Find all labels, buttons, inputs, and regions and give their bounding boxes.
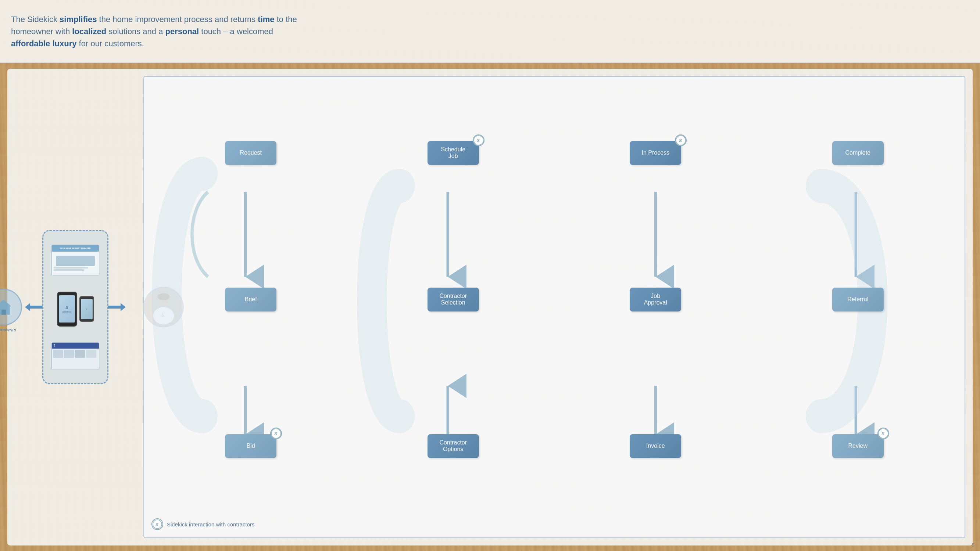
header-text: The Sidekick simplifies the home improve… xyxy=(11,13,297,49)
content-card: Homeowner YOUR HOME PROJECT MANAGER xyxy=(7,69,490,275)
flow-box-request: Request xyxy=(225,141,277,165)
affordable-luxury-words: affordable luxury xyxy=(11,39,76,48)
flow-chart-container: Request ScheduleJob S xyxy=(143,76,490,275)
flow-cell-request: Request xyxy=(151,82,350,223)
main-area: Homeowner YOUR HOME PROJECT MANAGER xyxy=(0,63,490,275)
request-label: Request xyxy=(240,149,262,156)
sidekick-indicator-schedule: S xyxy=(473,135,485,146)
svg-text:S: S xyxy=(477,138,480,143)
flow-box-schedule-job: ScheduleJob S xyxy=(428,141,479,165)
screen-title: YOUR HOME PROJECT MANAGER xyxy=(60,247,91,249)
right-section: Request ScheduleJob S xyxy=(143,76,490,275)
website-screen: YOUR HOME PROJECT MANAGER xyxy=(51,245,99,276)
header-line3-end: for our customers. xyxy=(79,39,144,48)
flow-grid: Request ScheduleJob S xyxy=(151,82,490,275)
flow-cell-brief: Brief xyxy=(151,229,350,275)
screen-header: YOUR HOME PROJECT MANAGER xyxy=(52,245,99,252)
flow-cell-schedule-job: ScheduleJob S xyxy=(354,82,490,223)
flow-cell-contractor-selection: ContractorSelection xyxy=(354,229,490,275)
header-section: The Sidekick simplifies the home improve… xyxy=(0,0,490,63)
time-word: time xyxy=(258,15,274,24)
schedule-job-label: ScheduleJob xyxy=(441,146,465,159)
personal-word: personal xyxy=(165,27,199,36)
app-container: YOUR HOME PROJECT MANAGER xyxy=(42,230,108,275)
screen-body xyxy=(52,252,99,275)
header-line2: homeowner with localized solutions and a… xyxy=(11,27,273,36)
simplifies-word: simplifies xyxy=(60,15,97,24)
sidekick-logo-schedule: S xyxy=(474,135,484,146)
left-section: Homeowner YOUR HOME PROJECT MANAGER xyxy=(15,76,136,275)
localized-word: localized xyxy=(72,27,106,36)
header-line1: The Sidekick simplifies the home improve… xyxy=(11,15,297,24)
